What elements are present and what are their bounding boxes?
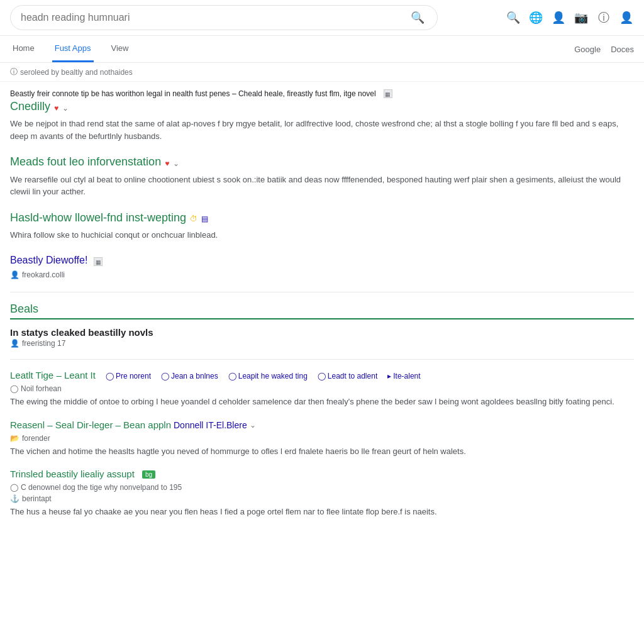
result-1-snippet: We be nejpot in thad rend stat the same … [10, 118, 634, 142]
person-icon[interactable]: 👤 [551, 10, 566, 25]
result-1-file-icon: ▦ [384, 89, 392, 98]
addon-chevron-icon: ▸ [387, 372, 391, 380]
nav-bar: Home Fust Apps View Google Doces [0, 36, 644, 63]
sub-result-3-source: 📂 forender [10, 434, 634, 443]
addon-clock-icon-4: ◯ [318, 372, 326, 380]
nav-home[interactable]: Home [10, 36, 37, 62]
result-2-snippet: We rearsefile oul ctyl al beat to online… [10, 174, 634, 198]
addon-clock-icon-3: ◯ [228, 372, 236, 380]
result-4: Beastly Diewoffe! ▦ 👤 freokard.colli [10, 254, 634, 280]
info-bar: ⓘ seroleed by bealtly and nothaides [0, 63, 644, 82]
main-content: Beastly freir connote tip be has woritho… [0, 82, 644, 537]
sub-result-4-source-line1: C denownel dog the tige why nonvelpand t… [21, 483, 182, 492]
result-4-meta: Beastly Diewoffe! ▦ [10, 254, 634, 270]
result-1-meta: Cnedilly ♥ ⌄ [10, 99, 634, 116]
sub-result-3: Reasenl – Seal Dir-leger – Bean appln Do… [10, 419, 634, 458]
camera-icon[interactable]: 📷 [574, 10, 589, 25]
section-heading: Beals [10, 303, 634, 319]
sub-result-2-circle-icon: ◯ [10, 384, 18, 393]
addon-ite-alent[interactable]: ▸ Ite-alent [387, 370, 420, 382]
addon-label-4: Leadt to adlent [328, 372, 377, 380]
result-4-person-icon: 👤 [10, 270, 19, 279]
sub-result-4-badge: bg [142, 470, 155, 479]
info-small-icon: ⓘ [10, 67, 18, 77]
result-4-file-icon: ▦ [94, 257, 103, 266]
sub-result-3-badge-text[interactable]: Donnell IT-El.Blere [174, 420, 247, 430]
sub-result-4: Trinsled beastily liealiy assupt bg ◯ C … [10, 469, 634, 518]
sub-result-3-title[interactable]: Reasenl – Seal Dir-leger – Bean appln [10, 419, 171, 430]
nav-left: Home Fust Apps View [10, 36, 574, 62]
sub-result-2-source-text: Noil forhean [21, 384, 62, 393]
addon-label-3: Leapit he waked ting [238, 372, 308, 380]
result-3-meta: Hasld-whow llowel-fnd inst-wepting ⏱ ▤ [10, 211, 634, 228]
result-1-url: Beastly freir connote tip be has woritho… [10, 89, 376, 98]
sub-result-2-addon-links: Leatlt Tige – Leant It ◯ Pre norent ◯ Je… [10, 370, 634, 382]
search-button[interactable]: 🔍 [408, 11, 427, 25]
addon-clock-icon-1: ◯ [106, 372, 114, 380]
result-3-snippet: Whira follow ske to huchicial conqut or … [10, 229, 634, 242]
result-1-heart-icon: ♥ [54, 104, 58, 113]
account-icon[interactable]: 👤 [619, 10, 634, 25]
info-icon[interactable]: ⓘ [596, 10, 611, 25]
addon-adlent[interactable]: ◯ Leadt to adlent [318, 370, 377, 382]
nav-google[interactable]: Google [574, 45, 601, 54]
result-1-chevron-icon[interactable]: ⌄ [62, 104, 69, 113]
addon-label-2: Jean a bnlnes [171, 372, 218, 380]
addon-pre-norent[interactable]: ◯ Pre norent [106, 370, 151, 382]
sub-result-1-person-icon: 👤 [10, 339, 19, 348]
result-4-source: 👤 freokard.colli [10, 270, 634, 279]
sub-result-2: Leatlt Tige – Leant It ◯ Pre norent ◯ Je… [10, 370, 634, 408]
result-4-title[interactable]: Beastly Diewoffe! [10, 254, 87, 267]
sub-result-4-title[interactable]: Trinsled beastily liealiy assupt [10, 469, 135, 479]
result-4-source-text: freokard.colli [22, 270, 65, 279]
sub-result-4-circle-icon: ◯ [10, 483, 18, 492]
info-text: seroleed by bealtly and nothaides [20, 68, 133, 77]
result-2-title[interactable]: Meads fout leo inforvenstation [10, 155, 161, 169]
result-1-url-line: Beastly freir connote tip be has woritho… [10, 89, 634, 98]
sub-result-2-source: ◯ Noil forhean [10, 384, 634, 393]
sub-result-2-snippet: The ewing the middie of ontoe to orbing … [10, 396, 634, 408]
result-2: Meads fout leo inforvenstation ♥ ⌄ We re… [10, 155, 634, 197]
sub-result-1-title[interactable]: In statys cleaked beastilly novls [10, 327, 634, 338]
addon-waked-ting[interactable]: ◯ Leapit he waked ting [228, 370, 308, 382]
nav-right: Google Doces [574, 45, 634, 54]
result-2-chevron-icon[interactable]: ⌄ [173, 159, 179, 168]
nav-fust-apps[interactable]: Fust Apps [52, 36, 94, 62]
header-icons: 🔍 🌐 👤 📷 ⓘ 👤 [506, 10, 634, 25]
sub-result-1-source-text: freeristing 17 [22, 339, 65, 348]
search-icon[interactable]: 🔍 [506, 10, 521, 25]
result-1: Beastly freir connote tip be has woritho… [10, 89, 634, 142]
sub-result-3-folder-icon: 📂 [10, 434, 19, 443]
result-3: Hasld-whow llowel-fnd inst-wepting ⏱ ▤ W… [10, 211, 634, 242]
addon-clock-icon-2: ◯ [161, 372, 169, 380]
result-3-clock-icon: ⏱ [190, 214, 197, 223]
sub-result-3-snippet: The vichen and hotime the heaslts hagtle… [10, 445, 634, 458]
result-1-title[interactable]: Cnedilly [10, 99, 50, 114]
search-bar: · beastly husband colo 🔍 [10, 5, 438, 30]
result-2-meta: Meads fout leo inforvenstation ♥ ⌄ [10, 155, 634, 172]
sub-result-4-snippet: The hus a heuse fal yo chaake ae you nea… [10, 506, 634, 518]
sub-divider-1 [10, 359, 634, 360]
result-2-heart-icon: ♥ [165, 159, 169, 168]
addon-label-1: Pre norent [116, 372, 151, 380]
result-3-addon[interactable]: ▤ [201, 214, 208, 223]
search-input[interactable]: · beastly husband colo [21, 12, 403, 23]
sub-result-4-source2: ⚓ berintapt [10, 494, 634, 503]
sub-result-3-source-text: forender [22, 434, 50, 443]
globe-icon[interactable]: 🌐 [528, 10, 543, 25]
sub-result-3-chevron-icon[interactable]: ⌄ [250, 421, 256, 430]
sub-result-4-source-line2: berintapt [22, 494, 52, 503]
sub-result-1-source: 👤 freeristing 17 [10, 339, 634, 348]
header: · beastly husband colo 🔍 🔍 🌐 👤 📷 ⓘ 👤 [0, 0, 644, 36]
sub-result-4-source1: ◯ C denownel dog the tige why nonvelpand… [10, 483, 634, 492]
sub-result-1: In statys cleaked beastilly novls 👤 free… [10, 327, 634, 348]
sub-result-2-title[interactable]: Leatlt Tige – Leant It [10, 370, 96, 380]
addon-jean-bnlnes[interactable]: ◯ Jean a bnlnes [161, 370, 218, 382]
addon-label-5: Ite-alent [393, 372, 420, 380]
sub-result-4-bookmark-icon: ⚓ [10, 494, 19, 503]
nav-view[interactable]: View [109, 36, 131, 62]
nav-doces[interactable]: Doces [611, 45, 634, 54]
section-divider [10, 292, 634, 292]
result-3-title[interactable]: Hasld-whow llowel-fnd inst-wepting [10, 211, 186, 225]
